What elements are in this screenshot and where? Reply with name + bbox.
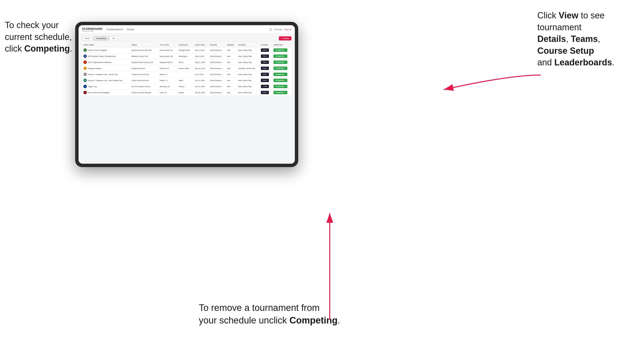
cell-actions: View ℹ: [260, 90, 272, 96]
tab-competing[interactable]: Competing: [93, 36, 109, 40]
cell-hosted: ABAC: [177, 77, 194, 84]
cell-venue: Papago Golf Club: [130, 65, 158, 71]
cell-scoring: team, Match Play: [237, 84, 260, 90]
team-logo: W: [84, 54, 87, 58]
table-row: JS Jackson T. Stephens Cup – Stroke Play…: [82, 71, 292, 77]
view-button[interactable]: View ℹ: [261, 91, 269, 94]
cell-date: Sep 15, 2023: [194, 59, 208, 65]
cell-division: NCAA Division I: [208, 71, 226, 77]
team-logo: I: [84, 60, 87, 64]
cell-event-name: M Folds of Honor Collegiate: [82, 47, 130, 53]
table-row: W 2023 Sahalee Players Championship Saha…: [82, 53, 292, 59]
cell-venue: Olympia Fields Country Club: [130, 59, 158, 65]
cell-venue: Ak-Chin Southern Dunes: [130, 84, 158, 90]
cell-gender: Men: [226, 77, 237, 84]
cell-event-name: JS Jackson T. Stephens Cup – Stroke Play: [82, 71, 130, 77]
event-name-text: 2023 Sahalee Players Championship: [88, 55, 116, 57]
cell-date: Sep 18, 2023: [194, 65, 208, 71]
col-city: CITY, STATE: [158, 43, 177, 47]
nav-teams[interactable]: TEAMS: [126, 28, 134, 31]
competing-button[interactable]: Competing ✓: [274, 67, 288, 70]
cell-city: Lihue, HI: [158, 90, 177, 96]
cell-competing: Competing ✓: [272, 59, 292, 65]
table-row: A Copper Cup Ak-Chin Southern Dunes Mari…: [82, 84, 292, 90]
user-name: Test User: [274, 28, 282, 30]
competing-button[interactable]: Competing ✓: [274, 60, 288, 64]
cell-actions: View ℹ: [260, 59, 272, 65]
cell-city: Maricopa, AZ: [158, 84, 177, 90]
cell-venue: American Dunes Golf Club: [130, 47, 158, 53]
cell-venue: Sahalee Country Club: [130, 53, 158, 59]
cell-division: NCAA Division I: [208, 65, 226, 71]
cell-competing: Competing ✓: [272, 47, 292, 53]
tab-home[interactable]: Home: [82, 36, 92, 40]
col-event-name: EVENT NAME: [82, 43, 130, 47]
cell-venue: Trinity Forest Golf Club: [130, 71, 158, 77]
edit-button[interactable]: ✏ Edit: [261, 85, 269, 88]
cell-hosted: Illinois: [177, 59, 194, 65]
event-name-text: Folds of Honor Collegiate: [88, 49, 107, 51]
cell-event-name: A Copper Cup: [82, 84, 130, 90]
competing-button[interactable]: Competing ✓: [274, 85, 288, 88]
cell-actions: View ℹ: [260, 47, 272, 53]
view-button[interactable]: View ℹ: [261, 60, 269, 64]
col-gender: GENDER: [226, 43, 237, 47]
col-date: START DATE: [194, 43, 208, 47]
col-division: DIVISION: [208, 43, 226, 47]
cell-date: Oct 11, 2023: [194, 77, 208, 84]
view-button[interactable]: View ℹ: [261, 79, 269, 82]
cell-competing: Competing ✓: [272, 71, 292, 77]
cell-division: NCAA Division I: [208, 47, 226, 53]
team-logo: P: [84, 67, 87, 70]
cell-actions: ✏ Edit: [260, 84, 272, 90]
cell-scoring: team, Stroke Play: [237, 47, 260, 53]
cell-actions: View ℹ: [260, 77, 272, 84]
table-header-row: EVENT NAME VENUE CITY, STATE HOSTED BY S…: [82, 43, 292, 47]
brand-logo: SCOREBOARD Powered by clippi: [82, 27, 102, 32]
competing-button[interactable]: Competing ✓: [274, 79, 288, 82]
cell-hosted: Hawaii: [177, 90, 194, 96]
team-logo: M: [84, 48, 87, 52]
cell-competing: Competing ✓: [272, 90, 292, 96]
view-button[interactable]: View ℹ: [261, 73, 269, 76]
sign-out-link[interactable]: Sign out: [284, 28, 292, 30]
cell-competing: Competing ✓: [272, 77, 292, 84]
brand-name: SCOREBOARD: [82, 27, 102, 30]
cell-date: Oct 9, 2023: [194, 71, 208, 77]
cell-city: Sammamish, WA: [158, 53, 177, 59]
cell-scoring: team, Stroke Play: [237, 71, 260, 77]
cell-division: NCAA Division I: [208, 90, 226, 96]
competing-button[interactable]: Competing ✓: [274, 54, 288, 58]
nav-user-area: Test User Sign out: [269, 28, 292, 31]
view-button[interactable]: View ℹ: [261, 67, 269, 70]
cell-date: Sep 4, 2023: [194, 47, 208, 53]
competing-button[interactable]: Competing ✓: [274, 48, 288, 52]
table-row: H John A. Burns Intercollegiate Ocean Co…: [82, 90, 292, 96]
nav-links: TOURNAMENTS TEAMS: [106, 28, 269, 31]
view-button[interactable]: View ℹ: [261, 48, 269, 52]
nav-tournaments[interactable]: TOURNAMENTS: [106, 28, 123, 31]
tab-all[interactable]: All: [110, 36, 117, 40]
create-button[interactable]: + Create: [279, 36, 292, 40]
col-scoring: SCORING: [237, 43, 260, 47]
cell-scoring: team, Stroke Play: [237, 90, 260, 96]
cell-division: NCAA Division I: [208, 59, 226, 65]
tournaments-table: EVENT NAME VENUE CITY, STATE HOSTED BY S…: [82, 43, 292, 95]
team-logo: A: [84, 85, 87, 88]
cell-event-name: H John A. Burns Intercollegiate: [82, 90, 130, 96]
user-icon: [269, 28, 272, 31]
table-row: JS Jackson T. Stephens Cup – Men's Match…: [82, 77, 292, 84]
cell-division: NCAA Division I: [208, 77, 226, 84]
team-logo: JS: [84, 73, 87, 76]
filter-tabs: Home Competing All: [82, 36, 117, 40]
cell-competing: Competing ✓: [272, 65, 292, 71]
cell-venue: Ocean Course At Hokuala: [130, 90, 158, 96]
table-row: I OFCC Fighting Illini Invitational Olym…: [82, 59, 292, 65]
cell-hosted: Michigan State: [177, 47, 194, 53]
tablet-device: SCOREBOARD Powered by clippi TOURNAMENTS…: [75, 22, 298, 167]
view-button[interactable]: View ℹ: [261, 54, 269, 58]
competing-button[interactable]: Competing ✓: [274, 91, 288, 94]
competing-button[interactable]: Competing ✓: [274, 73, 288, 76]
event-name-text: Papago Individual: [88, 68, 101, 69]
cell-city: Olympia Fields, IL: [158, 59, 177, 65]
